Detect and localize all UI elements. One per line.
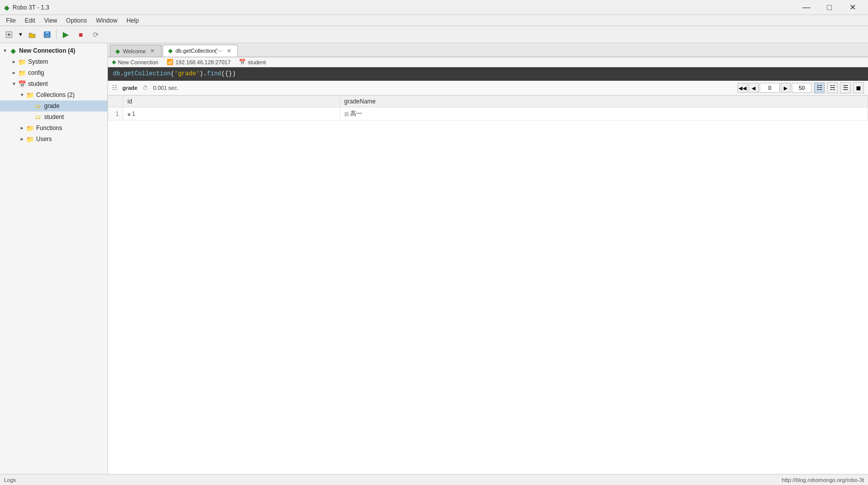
tabs-bar: ◆ Welcome ✕ ◆ db.getCollection('··· ✕: [108, 43, 868, 57]
student-db-icon: 📅: [18, 80, 26, 88]
table-row[interactable]: 1 ■1 ▥高一: [108, 107, 868, 120]
conn-bar: ◆ New Connection 📶 192.168.46.128:27017 …: [108, 57, 868, 67]
menu-window[interactable]: Window: [92, 16, 121, 25]
tab-welcome-icon: ◆: [115, 48, 120, 55]
conn-bar-db-label: student: [248, 59, 266, 65]
sidebar-item-student-collection[interactable]: ► 🗂 student: [0, 111, 107, 123]
result-collection-name: grade: [122, 85, 137, 91]
view-table-button[interactable]: ☷: [814, 82, 825, 93]
toolbar-new-button[interactable]: [2, 28, 16, 41]
toolbar: ▼ ▶ ■ ⟳: [0, 26, 868, 43]
conn-bar-connection: ◆ New Connection: [112, 59, 159, 65]
conn-bar-db-icon: 📅: [239, 59, 246, 65]
page-prev-button[interactable]: ◀: [749, 83, 759, 93]
menu-view[interactable]: View: [40, 16, 61, 25]
app-logo: ◆: [4, 4, 10, 12]
main-layout: ▼ ◆ New Connection (4) ► 📁 System ► 📁 co…: [0, 43, 868, 474]
toolbar-refresh-button[interactable]: ⟳: [89, 28, 103, 41]
tab-welcome[interactable]: ◆ Welcome ✕: [110, 45, 162, 57]
toolbar-save-button[interactable]: [40, 28, 54, 41]
sidebar-item-users[interactable]: ► 📁 Users: [0, 134, 107, 145]
tab-welcome-label: Welcome: [123, 48, 146, 54]
student-db-toggle[interactable]: ▼: [10, 80, 18, 88]
sidebar-item-connection[interactable]: ▼ ◆ New Connection (4): [0, 45, 107, 56]
grade-collection-icon: 🗂: [34, 102, 42, 110]
config-toggle[interactable]: ►: [10, 69, 18, 77]
status-right: http://blog.robomongo.org/robo-3t: [782, 477, 864, 483]
result-table: id gradeName 1 ■1 ▥高一: [108, 95, 868, 120]
result-time-icon: ⏱: [142, 85, 148, 91]
view-tree-button[interactable]: ☰: [840, 82, 851, 93]
view-text-button[interactable]: ☵: [827, 82, 838, 93]
conn-bar-host-label: 192.168.46.128:27017: [176, 59, 231, 65]
sidebar-item-config[interactable]: ► 📁 config: [0, 67, 107, 78]
minimize-button[interactable]: —: [795, 0, 818, 15]
query-text: db.getCollection('grade').find({}): [113, 70, 236, 77]
toolbar-new-dropdown[interactable]: ▼: [17, 28, 24, 41]
functions-folder-icon: 📁: [26, 124, 34, 132]
status-bar: Logs http://blog.robomongo.org/robo-3t: [0, 474, 868, 485]
cell-val-icon-1: ▥: [344, 111, 349, 116]
page-next-button[interactable]: ▶: [781, 83, 791, 93]
config-folder-icon: 📁: [18, 69, 26, 77]
result-bar-left: ☷ grade ⏱ 0.001 sec.: [112, 84, 179, 91]
sidebar: ▼ ◆ New Connection (4) ► 📁 System ► 📁 co…: [0, 43, 108, 474]
status-left: Logs: [4, 477, 16, 483]
menu-file[interactable]: File: [2, 16, 20, 25]
title-bar: ◆ Robo 3T - 1.3 — □ ✕: [0, 0, 868, 15]
col-id: id: [123, 96, 340, 107]
system-toggle[interactable]: ►: [10, 58, 18, 66]
close-button[interactable]: ✕: [841, 0, 864, 15]
student-db-label: student: [28, 80, 48, 87]
config-label: config: [28, 69, 44, 76]
result-table-icon: ☷: [112, 84, 117, 91]
sidebar-item-functions[interactable]: ► 📁 Functions: [0, 123, 107, 134]
cell-gradename-1: ▥高一: [340, 107, 868, 120]
pagination: ◀◀ ◀ ▶: [738, 83, 812, 93]
page-first-button[interactable]: ◀◀: [738, 83, 748, 93]
sidebar-item-system[interactable]: ► 📁 System: [0, 56, 107, 67]
student-coll-label: student: [44, 113, 64, 120]
tab-query-close[interactable]: ✕: [225, 47, 232, 54]
sidebar-item-student-db[interactable]: ▼ 📅 student: [0, 78, 107, 89]
tab-query-icon: ◆: [168, 47, 173, 54]
collections-toggle[interactable]: ▼: [18, 91, 26, 99]
users-toggle[interactable]: ►: [18, 135, 26, 143]
app-title: Robo 3T - 1.3: [13, 4, 49, 11]
page-size-input[interactable]: [792, 83, 812, 93]
toolbar-stop-button[interactable]: ■: [74, 28, 88, 41]
connection-toggle[interactable]: ▼: [1, 47, 9, 55]
svg-rect-5: [45, 35, 49, 38]
query-bar[interactable]: db.getCollection('grade').find({}): [108, 67, 868, 81]
page-from-input[interactable]: [760, 83, 780, 93]
connection-label: New Connection (4): [19, 47, 75, 54]
maximize-button[interactable]: □: [818, 0, 841, 15]
functions-toggle[interactable]: ►: [18, 124, 26, 132]
menu-edit[interactable]: Edit: [21, 16, 39, 25]
result-time: 0.001 sec.: [153, 85, 179, 91]
menu-options[interactable]: Options: [62, 16, 91, 25]
title-bar-controls: — □ ✕: [795, 0, 864, 15]
title-bar-left: ◆ Robo 3T - 1.3: [4, 4, 49, 12]
conn-bar-host: 📶 192.168.46.128:27017: [167, 59, 231, 65]
cell-id-1: ■1: [123, 107, 340, 120]
conn-bar-conn-label: New Connection: [118, 59, 159, 65]
toolbar-open-button[interactable]: [25, 28, 39, 41]
col-rownum: [108, 96, 123, 107]
connection-icon: ◆: [9, 47, 17, 55]
functions-label: Functions: [36, 125, 62, 132]
cell-rownum-1: 1: [108, 107, 123, 120]
menu-help[interactable]: Help: [122, 16, 143, 25]
result-bar-right: ◀◀ ◀ ▶ ☷ ☵ ☰ ◼: [738, 82, 864, 93]
result-bar: ☷ grade ⏱ 0.001 sec. ◀◀ ◀ ▶ ☷ ☵ ☰ ◼: [108, 81, 868, 95]
tab-welcome-close[interactable]: ✕: [149, 48, 156, 55]
sidebar-item-collections[interactable]: ▼ 📁 Collections (2): [0, 89, 107, 100]
tab-query-label: db.getCollection('···: [176, 48, 223, 54]
sidebar-item-grade[interactable]: ► 🗂 grade: [0, 100, 107, 111]
toolbar-run-button[interactable]: ▶: [59, 28, 73, 41]
svg-rect-4: [46, 32, 49, 34]
grade-label: grade: [44, 102, 60, 109]
view-custom-button[interactable]: ◼: [853, 82, 864, 93]
conn-bar-conn-icon: ◆: [112, 59, 116, 65]
tab-query[interactable]: ◆ db.getCollection('··· ✕: [163, 45, 238, 57]
